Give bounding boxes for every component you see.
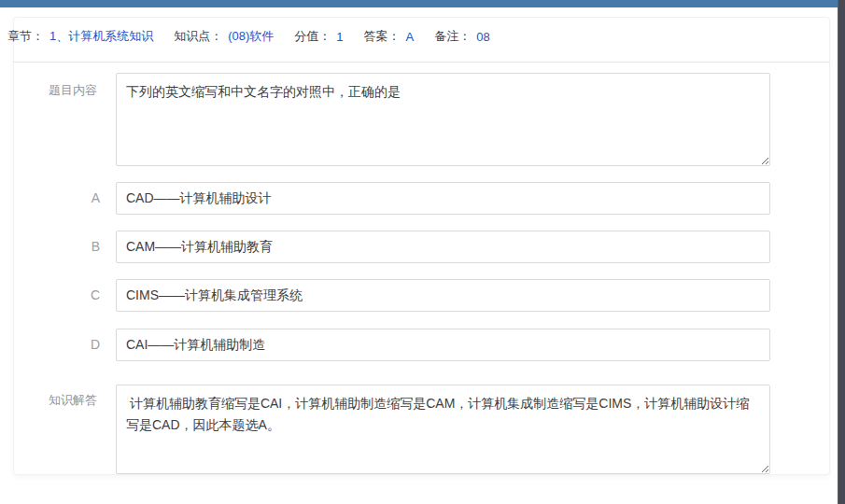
meta-knowledge-point-value: (08)软件 [228, 28, 274, 45]
meta-divider [13, 62, 830, 63]
meta-remark-label: 备注： [434, 28, 471, 45]
meta-remark-value: 08 [476, 30, 489, 44]
meta-chapter-value: 1、计算机系统知识 [49, 28, 153, 45]
meta-score: 分值： 1 [294, 28, 343, 45]
option-a-label: A [0, 182, 100, 215]
meta-remark: 备注： 08 [434, 28, 489, 45]
meta-chapter-label: 章节： [7, 28, 44, 45]
meta-chapter: 章节： 1、计算机系统知识 [7, 28, 153, 45]
option-b-label: B [0, 231, 100, 263]
option-d-input[interactable] [116, 329, 770, 361]
meta-knowledge-point-label: 知识点： [174, 28, 222, 45]
meta-answer: 答案： A [364, 28, 415, 45]
option-a-input[interactable] [116, 182, 770, 215]
option-c-label: C [0, 279, 100, 312]
right-edge-strip [838, 0, 845, 504]
meta-knowledge-point: 知识点： (08)软件 [174, 28, 274, 45]
meta-score-label: 分值： [294, 28, 331, 45]
meta-answer-value: A [406, 30, 415, 44]
option-d-label: D [0, 329, 100, 361]
question-content-textarea[interactable]: 下列的英文缩写和中文名字的对照中，正确的是 [116, 73, 770, 166]
top-accent-bar [0, 0, 845, 7]
meta-answer-label: 答案： [364, 28, 401, 45]
meta-score-value: 1 [336, 30, 343, 44]
option-b-input[interactable] [116, 231, 770, 263]
option-c-input[interactable] [116, 279, 770, 312]
question-content-label: 题目内容 [0, 82, 97, 99]
explanation-textarea[interactable]: 计算机辅助教育缩写是CAI，计算机辅助制造缩写是CAM，计算机集成制造缩写是CI… [116, 385, 770, 474]
explanation-label: 知识解答 [0, 392, 97, 409]
question-meta-bar: 章节： 1、计算机系统知识 知识点： (08)软件 分值： 1 答案： A 备注… [7, 28, 490, 45]
